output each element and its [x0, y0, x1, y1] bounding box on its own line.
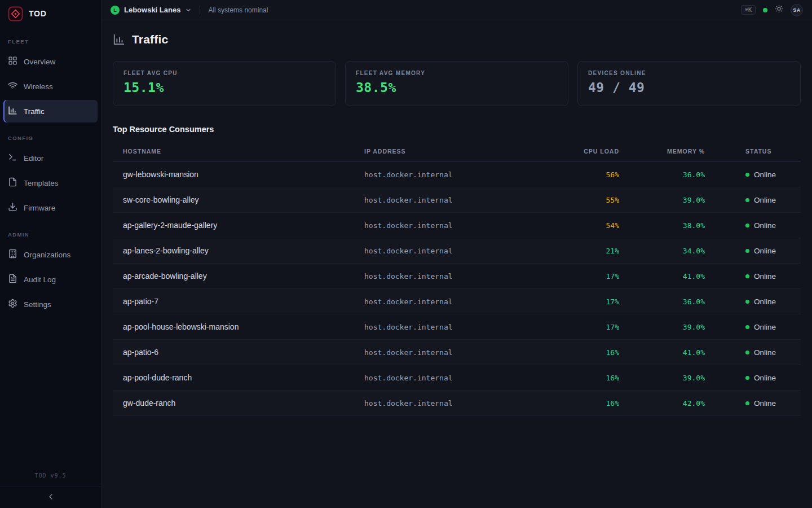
system-status-text: All systems nominal — [208, 6, 268, 14]
grid-icon — [8, 56, 17, 67]
status-label: Online — [754, 170, 776, 179]
column-header-ip-address: IP ADDRESS — [364, 148, 550, 155]
theme-toggle-button[interactable] — [775, 5, 783, 15]
cell-status: Online — [705, 170, 791, 179]
main-area: L Lebowski Lanes All systems nominal ⌘K … — [102, 0, 812, 508]
column-header-hostname: HOSTNAME — [123, 148, 364, 155]
cell-cpu-load: 55% — [550, 196, 619, 204]
nav-section-admin: ADMIN — [0, 220, 101, 242]
table-row[interactable]: ap-patio-7 host.docker.internal 17% 36.0… — [113, 289, 801, 314]
health-status-dot — [763, 8, 767, 12]
cell-hostname: ap-pool-house-lebowski-mansion — [123, 322, 364, 331]
table-header: HOSTNAME IP ADDRESS CPU LOAD MEMORY % ST… — [113, 141, 801, 162]
cell-cpu-load: 17% — [550, 297, 619, 306]
stat-label: DEVICES ONLINE — [588, 70, 790, 76]
status-label: Online — [754, 399, 776, 408]
cell-hostname: gw-dude-ranch — [123, 398, 364, 408]
cell-memory: 39.0% — [619, 196, 705, 204]
cell-cpu-load: 17% — [550, 323, 619, 331]
cell-cpu-load: 16% — [550, 399, 619, 408]
sidebar-item-templates[interactable]: Templates — [3, 172, 98, 194]
table-row[interactable]: ap-pool-house-lebowski-mansion host.dock… — [113, 314, 801, 340]
org-name: Lebowski Lanes — [124, 6, 180, 14]
table-row[interactable]: sw-core-bowling-alley host.docker.intern… — [113, 187, 801, 213]
cell-ip-address: host.docker.internal — [364, 170, 550, 179]
cell-ip-address: host.docker.internal — [364, 399, 550, 408]
stat-card-fleet-avg-memory: FLEET AVG MEMORY 38.5% — [345, 61, 568, 106]
sidebar-item-organizations[interactable]: Organizations — [3, 243, 98, 266]
cell-ip-address: host.docker.internal — [364, 247, 550, 255]
stats-row: FLEET AVG CPU 15.1% FLEET AVG MEMORY 38.… — [113, 61, 801, 106]
download-icon — [8, 202, 17, 213]
app-brand: TOD — [29, 9, 47, 18]
sidebar-item-label: Audit Log — [24, 275, 56, 284]
page-content: Traffic FLEET AVG CPU 15.1% FLEET AVG ME… — [102, 20, 812, 508]
cell-status: Online — [705, 196, 791, 204]
nav-section-fleet: FLEET — [0, 27, 101, 49]
cell-status: Online — [705, 272, 791, 281]
status-label: Online — [754, 221, 776, 230]
stat-label: FLEET AVG CPU — [123, 70, 325, 76]
online-status-dot — [745, 351, 749, 354]
sidebar-item-wireless[interactable]: Wireless — [3, 75, 98, 98]
org-switcher[interactable]: L Lebowski Lanes — [111, 6, 192, 15]
online-status-dot — [745, 325, 749, 329]
sidebar-item-overview[interactable]: Overview — [3, 50, 98, 73]
sidebar-item-firmware[interactable]: Firmware — [3, 196, 98, 219]
stat-card-fleet-avg-cpu: FLEET AVG CPU 15.1% — [113, 61, 336, 106]
cell-memory: 41.0% — [619, 272, 705, 281]
app-version: TOD v9.5 — [0, 467, 101, 487]
terminal-icon — [8, 152, 17, 164]
cell-hostname: ap-arcade-bowling-alley — [123, 271, 364, 281]
column-header-status: STATUS — [705, 148, 791, 155]
nav-section-config: CONFIG — [0, 124, 101, 146]
sidebar-item-label: Templates — [24, 179, 59, 187]
page-title-row: Traffic — [113, 33, 801, 46]
column-header-cpu-load: CPU LOAD — [550, 148, 619, 155]
cell-memory: 41.0% — [619, 348, 705, 357]
page-title: Traffic — [132, 33, 168, 46]
app-logo-row: TOD — [0, 0, 101, 27]
sidebar-item-audit-log[interactable]: Audit Log — [3, 268, 98, 291]
cell-cpu-load: 16% — [550, 374, 619, 382]
status-label: Online — [754, 196, 776, 204]
app-logo-icon — [8, 6, 23, 21]
top-header: L Lebowski Lanes All systems nominal ⌘K … — [102, 0, 812, 20]
online-status-dot — [745, 224, 749, 227]
table-row[interactable]: ap-arcade-bowling-alley host.docker.inte… — [113, 264, 801, 289]
sun-icon — [775, 5, 783, 15]
sidebar-item-label: Overview — [24, 58, 55, 66]
bar-chart-icon — [113, 33, 125, 46]
online-status-dot — [745, 376, 749, 380]
sidebar-item-settings[interactable]: Settings — [3, 293, 98, 316]
table-row[interactable]: gw-lebowski-mansion host.docker.internal… — [113, 162, 801, 187]
sidebar-item-label: Editor — [24, 154, 43, 163]
table-row[interactable]: ap-gallery-2-maude-gallery host.docker.i… — [113, 213, 801, 238]
cell-memory: 34.0% — [619, 247, 705, 255]
table-row[interactable]: ap-patio-6 host.docker.internal 16% 41.0… — [113, 340, 801, 365]
command-palette-shortcut[interactable]: ⌘K — [741, 5, 756, 15]
table-row[interactable]: ap-lanes-2-bowling-alley host.docker.int… — [113, 238, 801, 264]
cell-hostname: ap-patio-7 — [123, 297, 364, 306]
table-row[interactable]: ap-pool-dude-ranch host.docker.internal … — [113, 365, 801, 391]
cell-status: Online — [705, 247, 791, 255]
status-label: Online — [754, 297, 776, 306]
stat-label: FLEET AVG MEMORY — [356, 70, 558, 76]
table-title: Top Resource Consumers — [113, 125, 801, 134]
sidebar: TOD FLEET Overview Wireless Traffic CONF… — [0, 0, 102, 508]
stat-value: 38.5% — [356, 80, 558, 95]
building-icon — [8, 249, 17, 260]
sidebar-item-label: Organizations — [24, 251, 70, 259]
chevron-down-icon — [185, 7, 192, 14]
sidebar-item-traffic[interactable]: Traffic — [3, 100, 98, 122]
cell-hostname: sw-core-bowling-alley — [123, 195, 364, 204]
online-status-dot — [745, 300, 749, 304]
table-row[interactable]: gw-dude-ranch host.docker.internal 16% 4… — [113, 391, 801, 416]
cell-cpu-load: 17% — [550, 272, 619, 281]
user-avatar[interactable]: SA — [791, 4, 803, 16]
sidebar-item-editor[interactable]: Editor — [3, 147, 98, 169]
cell-status: Online — [705, 297, 791, 306]
cell-ip-address: host.docker.internal — [364, 221, 550, 230]
cell-status: Online — [705, 374, 791, 382]
sidebar-collapse-button[interactable] — [0, 487, 101, 508]
